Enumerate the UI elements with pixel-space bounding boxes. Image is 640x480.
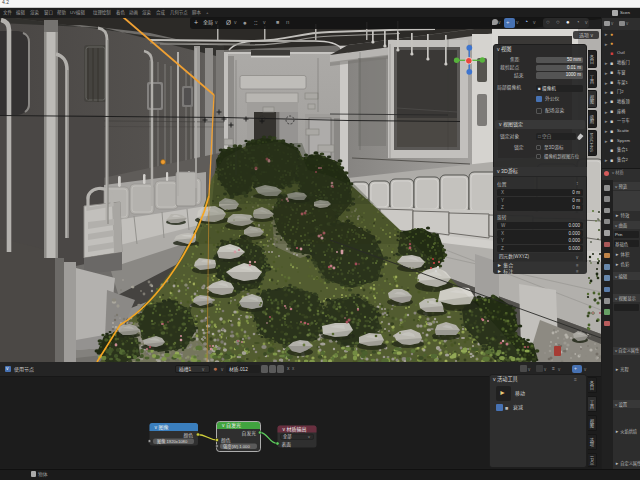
svg-text:图像 1920x1080: 图像 1920x1080 [157, 438, 188, 445]
svg-text:v: v [308, 434, 310, 439]
svg-text:v 自发光: v 自发光 [222, 422, 241, 429]
svg-text:自发光: 自发光 [242, 430, 257, 437]
svg-text:强度(W) 1.000: 强度(W) 1.000 [223, 443, 250, 450]
svg-text:v 材质输出: v 材质输出 [283, 426, 307, 433]
svg-text:v 图像: v 图像 [155, 424, 169, 431]
svg-text:颜色: 颜色 [183, 432, 193, 439]
svg-text:全部: 全部 [283, 433, 291, 440]
svg-text:颜色: 颜色 [221, 437, 231, 444]
svg-text:表面: 表面 [282, 441, 292, 448]
